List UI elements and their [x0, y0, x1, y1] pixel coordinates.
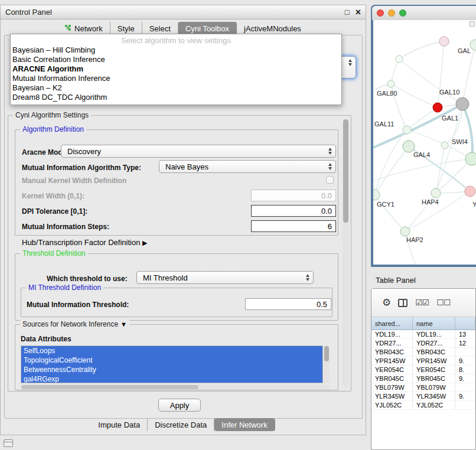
network-node[interactable] — [470, 40, 476, 50]
mi-threshold-field[interactable] — [245, 298, 331, 310]
network-graph[interactable]: GALGAL80GAL10GAL11GAL1SWI4GAL4GCY1HAP4YH… — [373, 20, 476, 265]
column-header-name[interactable]: name — [413, 317, 455, 330]
network-edge[interactable] — [391, 59, 399, 84]
network-node[interactable] — [403, 141, 415, 152]
network-edge[interactable] — [462, 104, 472, 159]
network-node[interactable] — [400, 227, 410, 236]
cyni-settings-group-title: Cyni Algorithm Settings — [13, 111, 91, 119]
attributes-vscroll-thumb[interactable] — [324, 346, 329, 361]
table-row[interactable]: YBL079WYBL079W — [371, 383, 475, 392]
network-edge[interactable] — [374, 146, 409, 195]
mi-threshold-group-title: MI Threshold Definition — [26, 283, 103, 292]
table-row[interactable]: YJL052CYJL052C — [371, 401, 475, 410]
table-cell: YLR345W — [371, 392, 413, 400]
data-attributes-list[interactable]: SelfLoopsTopologicalCoefficientBetweenne… — [21, 345, 323, 383]
algorithm-option-aracne-algorithm[interactable]: ARACNE Algorithm — [11, 64, 341, 74]
algorithm-option-mutual-information-inference[interactable]: Mutual Information Inference — [11, 74, 341, 83]
attribute-item-betweennesscentrality[interactable]: BetweennessCentrality — [21, 365, 322, 374]
kernel-width-field[interactable] — [251, 190, 336, 201]
network-edge[interactable] — [399, 41, 444, 59]
mi-algorithm-type-select[interactable]: Naive Bayes — [159, 160, 336, 173]
algorithm-option-basic-correlation-inference[interactable]: Basic Correlation Inference — [11, 55, 341, 64]
algorithm-option-bayesian-k2[interactable]: Bayesian – K2 — [11, 83, 341, 93]
collapsed-panel-icon[interactable] — [4, 439, 13, 447]
table-row[interactable]: YDL19...YDL19...13 — [371, 330, 475, 339]
network-node[interactable] — [433, 103, 442, 112]
network-node[interactable] — [441, 142, 448, 149]
network-node[interactable] — [465, 152, 476, 165]
attributes-list-hscrollbar[interactable] — [21, 384, 330, 390]
table-cell: YJL052C — [371, 401, 413, 409]
hub-section-label: Hub/Transcription Factor Definition — [22, 238, 140, 247]
settings-scrollbar[interactable] — [343, 119, 349, 387]
node-label-gal: GAL — [458, 47, 471, 54]
tab-cyni-toolbox[interactable]: Cyni Toolbox — [178, 22, 237, 35]
attribute-item-selfloops[interactable]: SelfLoops — [21, 346, 322, 356]
tab-select[interactable]: Select — [142, 22, 178, 35]
sources-group-title: Sources for Network Inference ▼ — [20, 320, 129, 328]
network-edge[interactable] — [438, 41, 444, 107]
algorithm-option-bayesian-hill-climbing[interactable]: Bayesian – Hill Climbing — [11, 45, 341, 55]
mi-steps-field[interactable] — [251, 220, 336, 232]
aracne-mode-select[interactable]: Discovery — [61, 145, 336, 158]
attribute-item-gal4rgexp[interactable]: gal4RGexp — [21, 374, 322, 383]
table-row[interactable]: YPR145WYPR145W9. — [371, 357, 475, 366]
dpi-tolerance-field[interactable] — [251, 205, 336, 217]
table-row[interactable]: YDR27...YDR27...12 — [371, 339, 475, 348]
network-node[interactable] — [373, 190, 380, 200]
column-header-2[interactable] — [455, 317, 475, 330]
network-node[interactable] — [465, 186, 475, 197]
column-header-shared[interactable]: shared... — [371, 317, 413, 330]
network-node[interactable] — [456, 97, 469, 110]
node-label-swi4: SWI4 — [452, 138, 468, 145]
control-panel-titlebar: Control Panel □ × — [1, 5, 366, 19]
tab-impute-data[interactable]: Impute Data — [91, 418, 148, 431]
network-node[interactable] — [439, 37, 449, 46]
tab-discretize-data[interactable]: Discretize Data — [148, 418, 214, 431]
columns-icon[interactable] — [398, 299, 407, 307]
network-node[interactable] — [396, 56, 403, 63]
manual-kernel-checkbox[interactable] — [326, 176, 334, 184]
deselect-all-checkboxes-icon[interactable]: ☐☐ — [436, 298, 450, 308]
algorithm-option-dream8-dc-tdc-algorithm[interactable]: Dream8 DC_TDC Algorithm — [11, 93, 341, 102]
attributes-hscroll-thumb[interactable] — [21, 385, 198, 389]
table-cell: YBL079W — [413, 383, 455, 392]
float-window-icon[interactable]: □ — [345, 8, 350, 17]
threshold-definition-title: Threshold Definition — [20, 249, 88, 257]
settings-scrollbar-thumb[interactable] — [343, 119, 348, 223]
tab-style[interactable]: Style — [110, 22, 142, 35]
which-threshold-select[interactable]: MI Threshold — [136, 271, 314, 284]
network-edge[interactable] — [399, 59, 462, 104]
network-edge[interactable] — [391, 84, 438, 107]
table-cell: 9. — [455, 374, 475, 383]
zoom-traffic-light-icon[interactable] — [399, 9, 406, 17]
network-node[interactable] — [387, 80, 395, 87]
table-row[interactable]: YLR345WYLR345W9. — [371, 392, 475, 401]
network-edge[interactable] — [373, 159, 472, 181]
hub-section-toggle[interactable]: Hub/Transcription Factor Definition ▶ — [22, 238, 147, 247]
minimize-traffic-light-icon[interactable] — [388, 9, 395, 17]
tab-label: Select — [149, 24, 171, 33]
select-all-checkboxes-icon[interactable]: ☑☑ — [415, 298, 429, 308]
mi-threshold-label: Mutual Information Threshold: — [27, 301, 129, 309]
tab-jactivemnodules[interactable]: jActiveMNodules — [237, 22, 309, 35]
table-row[interactable]: YBR045CYBR045C9. — [371, 374, 475, 383]
tab-infer-network[interactable]: Infer Network — [214, 418, 275, 431]
table-row[interactable]: YBR043CYBR043C — [371, 348, 475, 357]
chevron-down-icon[interactable]: ▼ — [120, 321, 127, 328]
network-node[interactable] — [403, 126, 411, 134]
tab-network[interactable]: Network — [57, 22, 110, 35]
network-node[interactable] — [431, 188, 441, 198]
attributes-list-vscrollbar[interactable] — [324, 345, 330, 383]
apply-button[interactable]: Apply — [158, 399, 201, 412]
dpi-tolerance-label: DPI Tolerance [0,1]: — [22, 207, 87, 216]
network-canvas[interactable]: GALGAL80GAL10GAL11GAL1SWI4GAL4GCY1HAP4YH… — [373, 20, 476, 265]
node-label-hap4: HAP4 — [422, 198, 439, 206]
table-row[interactable]: YER054CYER054C8. — [371, 366, 475, 374]
gear-icon[interactable]: ⚙ — [382, 298, 390, 308]
table-cell: 9. — [455, 392, 475, 400]
close-traffic-light-icon[interactable] — [377, 9, 384, 17]
scrollbar-corner-icon — [470, 21, 475, 27]
attribute-item-topologicalcoefficient[interactable]: TopologicalCoefficient — [21, 356, 322, 365]
close-window-icon[interactable]: × — [356, 8, 361, 17]
